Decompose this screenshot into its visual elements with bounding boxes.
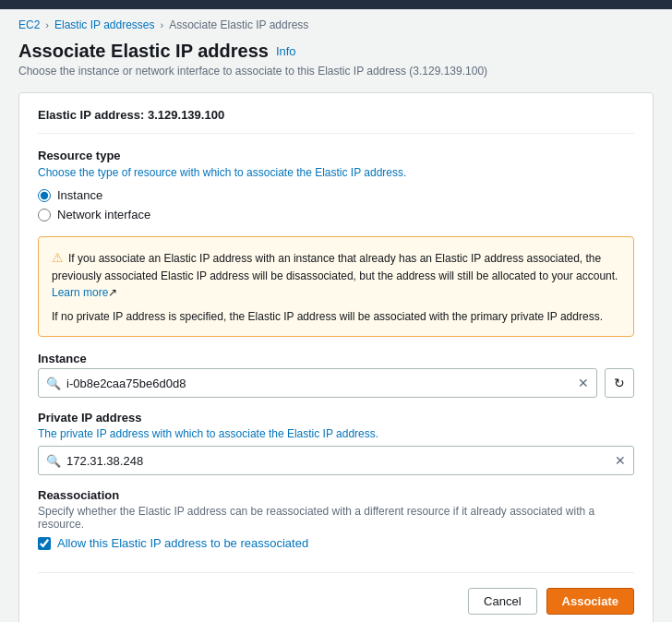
instance-row: 🔍 ✕ ↻ — [38, 368, 634, 398]
radio-network-interface-input[interactable] — [38, 209, 51, 221]
radio-instance-label: Instance — [57, 188, 102, 202]
radio-instance[interactable]: Instance — [38, 188, 634, 202]
breadcrumb-sep2: › — [161, 19, 164, 30]
resource-type-section: Resource type Choose the type of resourc… — [38, 149, 634, 221]
private-ip-label: Private IP address — [38, 411, 634, 425]
associate-button[interactable]: Associate — [546, 588, 634, 615]
private-ip-clear-icon[interactable]: ✕ — [615, 453, 626, 468]
warning-box: ⚠If you associate an Elastic IP address … — [38, 236, 634, 337]
main-card: Elastic IP address: 3.129.139.100 Resour… — [18, 92, 654, 622]
reassociation-checkbox-row[interactable]: Allow this Elastic IP address to be reas… — [38, 536, 634, 550]
reassociation-label: Reassociation — [38, 488, 634, 502]
instance-field-section: Instance 🔍 ✕ ↻ — [38, 352, 634, 398]
instance-label: Instance — [38, 352, 634, 365]
elastic-ip-header: Elastic IP address: 3.129.139.100 — [38, 108, 634, 134]
radio-network-interface[interactable]: Network interface — [38, 208, 634, 221]
private-ip-field-section: Private IP address The private IP addres… — [38, 411, 634, 475]
warning-icon: ⚠ — [52, 250, 64, 265]
info-link[interactable]: Info — [276, 44, 296, 58]
radio-instance-input[interactable] — [38, 189, 51, 202]
reassociation-checkbox[interactable] — [38, 537, 51, 550]
instance-clear-icon[interactable]: ✕ — [578, 376, 589, 390]
breadcrumb-current: Associate Elastic IP address — [169, 18, 308, 31]
resource-type-radio-group: Instance Network interface — [38, 188, 634, 221]
main-content: Elastic IP address: 3.129.139.100 Resour… — [0, 81, 672, 622]
private-ip-input-container: 🔍 ✕ — [38, 446, 634, 475]
reassociation-section: Reassociation Specify whether the Elasti… — [38, 488, 634, 550]
reassociation-checkbox-label: Allow this Elastic IP address to be reas… — [57, 536, 308, 550]
private-ip-description: The private IP address with which to ass… — [38, 427, 634, 440]
resource-type-label: Resource type — [38, 149, 634, 162]
radio-network-interface-label: Network interface — [57, 208, 150, 221]
page-header: Associate Elastic IP address Info Choose… — [0, 37, 672, 81]
warning-line2: If no private IP address is specified, t… — [52, 308, 620, 325]
warning-line1: ⚠If you associate an Elastic IP address … — [52, 248, 620, 301]
instance-refresh-button[interactable]: ↻ — [605, 368, 634, 398]
cancel-button[interactable]: Cancel — [468, 588, 536, 615]
breadcrumb-sep1: › — [45, 19, 49, 30]
instance-input-container: 🔍 ✕ — [38, 368, 597, 398]
instance-input[interactable] — [66, 377, 574, 390]
learn-more-link[interactable]: Learn more — [52, 286, 108, 299]
breadcrumb-elastic-ips[interactable]: Elastic IP addresses — [54, 18, 155, 31]
top-bar — [0, 0, 672, 9]
reassociation-description: Specify whether the Elastic IP address c… — [38, 505, 634, 531]
resource-type-description: Choose the type of resource with which t… — [38, 166, 634, 179]
instance-input-wrap: 🔍 ✕ — [38, 368, 597, 398]
page-title: Associate Elastic IP address — [18, 41, 269, 62]
breadcrumb-ec2[interactable]: EC2 — [18, 18, 40, 31]
footer-actions: Cancel Associate — [38, 572, 634, 615]
breadcrumb: EC2 › Elastic IP addresses › Associate E… — [0, 9, 672, 37]
instance-search-icon: 🔍 — [46, 377, 61, 390]
private-ip-input[interactable] — [66, 454, 611, 468]
page-subtitle: Choose the instance or network interface… — [18, 65, 654, 78]
private-ip-search-icon: 🔍 — [46, 454, 61, 468]
